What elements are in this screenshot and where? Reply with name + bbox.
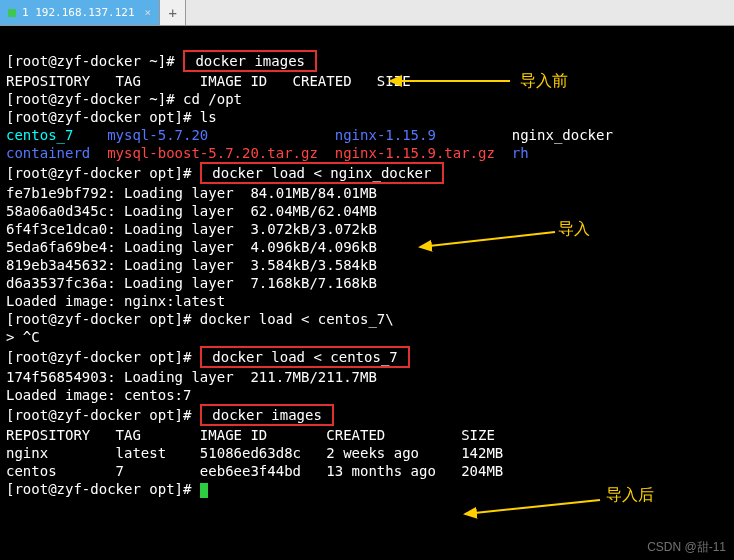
prompt: [root@zyf-docker opt]# xyxy=(6,407,200,423)
new-tab-button[interactable]: + xyxy=(160,0,186,25)
tab-bar: 1 192.168.137.121 × + xyxy=(0,0,734,26)
tab-status-dot xyxy=(8,9,16,17)
prompt: [root@zyf-docker opt]# xyxy=(6,481,200,497)
annotation-after: 导入后 xyxy=(606,486,654,504)
svg-line-5 xyxy=(465,500,600,514)
command-highlight: docker load < nginx_docker xyxy=(200,162,444,184)
tab-active[interactable]: 1 192.168.137.121 × xyxy=(0,0,160,25)
annotation-before: 导入前 xyxy=(520,72,568,90)
command-highlight: docker load < centos_7 xyxy=(200,346,410,368)
watermark: CSDN @甜-11 xyxy=(647,539,726,556)
archive: nginx-1.15.9.tar.gz xyxy=(335,145,495,161)
prompt-line: [root@zyf-docker ~]# cd /opt xyxy=(6,91,242,107)
prompt-line: [root@zyf-docker opt]# ls xyxy=(6,109,217,125)
file: nginx_docker xyxy=(512,127,613,143)
directory: rh xyxy=(512,145,529,161)
cursor-icon xyxy=(200,483,208,498)
output: fe7b1e9bf792: Loading layer 84.01MB/84.0… xyxy=(6,185,377,201)
svg-line-3 xyxy=(420,232,555,247)
output: Loaded image: nginx:latest xyxy=(6,293,225,309)
tab-label: 1 192.168.137.121 xyxy=(22,6,135,19)
output-header: REPOSITORY TAG IMAGE ID CREATED SIZE xyxy=(6,73,411,89)
close-icon[interactable]: × xyxy=(145,6,152,19)
output: 174f56854903: Loading layer 211.7MB/211.… xyxy=(6,369,377,385)
output-header: REPOSITORY TAG IMAGE ID CREATED SIZE xyxy=(6,427,495,443)
table-row: nginx latest 51086ed63d8c 2 weeks ago 14… xyxy=(6,445,503,461)
directory: mysql-5.7.20 xyxy=(107,127,208,143)
file: centos_7 xyxy=(6,127,73,143)
prompt: [root@zyf-docker opt]# xyxy=(6,349,200,365)
archive: mysql-boost-5.7.20.tar.gz xyxy=(107,145,318,161)
output: Loaded image: centos:7 xyxy=(6,387,191,403)
prompt: [root@zyf-docker opt]# xyxy=(6,165,200,181)
table-row: centos 7 eeb6ee3f44bd 13 months ago 204M… xyxy=(6,463,503,479)
prompt: [root@zyf-docker ~]# xyxy=(6,53,183,69)
output: 6f4f3ce1dca0: Loading layer 3.072kB/3.07… xyxy=(6,221,377,237)
prompt-line: > ^C xyxy=(6,329,40,345)
command-highlight: docker images xyxy=(200,404,334,426)
directory: nginx-1.15.9 xyxy=(335,127,436,143)
command-highlight: docker images xyxy=(183,50,317,72)
terminal[interactable]: [root@zyf-docker ~]# docker images REPOS… xyxy=(0,26,734,560)
output: 5eda6fa69be4: Loading layer 4.096kB/4.09… xyxy=(6,239,377,255)
arrow-annotation-icon xyxy=(410,212,560,252)
annotation-import: 导入 xyxy=(558,220,590,238)
output: 819eb3a45632: Loading layer 3.584kB/3.58… xyxy=(6,257,377,273)
output: 58a06a0d345c: Loading layer 62.04MB/62.0… xyxy=(6,203,377,219)
directory: containerd xyxy=(6,145,90,161)
prompt-line: [root@zyf-docker opt]# docker load < cen… xyxy=(6,311,394,327)
arrow-annotation-icon xyxy=(455,492,605,522)
output: d6a3537fc36a: Loading layer 7.168kB/7.16… xyxy=(6,275,377,291)
